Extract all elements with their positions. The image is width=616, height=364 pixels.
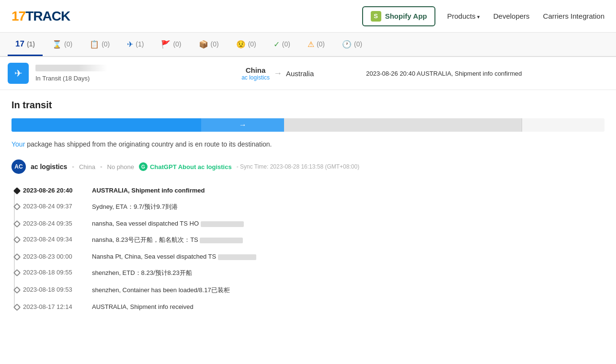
- tab-transit-icon: ✈: [127, 40, 133, 49]
- progress-seg-4: [522, 118, 605, 132]
- event-bullet: [13, 220, 21, 228]
- tab-arrived[interactable]: 🚩 (0): [153, 33, 189, 56]
- event-bullet: [13, 269, 21, 277]
- event-desc: shenzhen, Container has been loaded/8.17…: [92, 286, 230, 295]
- event-bullet: [13, 286, 21, 294]
- tab-expired-count: (0): [354, 40, 362, 48]
- tracking-latest-event: 2023-08-26 20:40 AUSTRALIA, Shipment inf…: [366, 70, 608, 77]
- nav-products[interactable]: Products: [447, 12, 479, 20]
- event-item: 2023-08-26 20:40AUSTRALIA, Shipment info…: [23, 182, 605, 198]
- event-time: 2023-08-17 12:14: [23, 303, 85, 310]
- main-content: In transit → Your package has shipped fr…: [0, 90, 616, 324]
- tab-undelivered-count: (0): [248, 40, 256, 48]
- tab-delivered-icon: ✓: [274, 40, 280, 49]
- event-desc: nansha, Sea vessel dispatched TS HO: [92, 220, 244, 227]
- tab-all-count: (1): [27, 40, 35, 48]
- event-time: 2023-08-24 09:35: [23, 220, 85, 227]
- event-bullet: [13, 203, 21, 211]
- description-highlight: Your: [11, 140, 25, 148]
- tab-delivered[interactable]: ✓ (0): [266, 33, 298, 56]
- tabs-bar: 17 (1) ⌛ (0) 📋 (0) ✈ (1) 🚩 (0) 📦 (0) 😟 (…: [0, 33, 616, 57]
- route-origin-country: China: [241, 66, 270, 74]
- carrier-info: AC ac logistics - China - No phone G Cha…: [11, 159, 605, 174]
- event-desc: nansha, 8.23号已开船，船名航次：TS: [92, 236, 243, 244]
- main-nav: Products Developers Carriers Integration: [447, 12, 605, 20]
- blurred-text: [201, 221, 244, 227]
- event-desc: AUSTRALIA, Shipment info confirmed: [92, 187, 205, 194]
- tab-undelivered[interactable]: 😟 (0): [228, 33, 264, 56]
- status-description: Your package has shipped from the origin…: [11, 140, 605, 148]
- shopify-icon: S: [371, 11, 381, 22]
- nav-carriers[interactable]: Carriers Integration: [543, 12, 605, 20]
- event-time: 2023-08-24 09:34: [23, 236, 85, 243]
- event-bullet: [13, 253, 21, 261]
- logo: 17TRACK: [11, 9, 70, 24]
- chatgpt-link[interactable]: G ChatGPT About ac logistics: [139, 162, 232, 171]
- carrier-name: ac logistics: [31, 163, 67, 171]
- tracking-info: In Transit (18 Days): [35, 65, 197, 82]
- tab-expired[interactable]: 🕐 (0): [334, 33, 370, 56]
- tab-pickup-icon: 📦: [199, 40, 208, 49]
- carrier-country: China: [79, 163, 95, 171]
- tracking-row[interactable]: ✈ In Transit (18 Days) China ac logistic…: [0, 57, 616, 90]
- tab-pending-icon: ⌛: [52, 40, 62, 49]
- chatgpt-label: ChatGPT About ac logistics: [150, 163, 232, 171]
- shopify-app-button[interactable]: S Shopify App: [362, 6, 436, 26]
- carrier-sep-2: -: [100, 163, 103, 171]
- logo-track: TRACK: [25, 9, 70, 24]
- event-time: 2023-08-23 00:00: [23, 253, 85, 260]
- header: 17TRACK S Shopify App Products Developer…: [0, 0, 616, 33]
- event-item: 2023-08-17 12:14AUSTRALIA, Shipment info…: [23, 299, 605, 315]
- carrier-phone: No phone: [107, 163, 134, 171]
- blurred-text: [218, 254, 256, 260]
- event-bullet: [13, 304, 21, 311]
- events-list: 2023-08-26 20:40AUSTRALIA, Shipment info…: [11, 182, 605, 315]
- tab-pickup-count: (0): [211, 40, 219, 48]
- progress-seg-2: →: [201, 118, 284, 132]
- event-desc: Sydney, ETA：9.7/预计9.7到港: [92, 203, 178, 211]
- event-desc: Nansha Pt, China, Sea vessel dispatched …: [92, 253, 256, 260]
- carrier-sep-1: -: [72, 163, 74, 171]
- event-time: 2023-08-24 09:37: [23, 203, 85, 210]
- tracking-status-icon: ✈: [8, 63, 29, 84]
- event-item: 2023-08-24 09:37Sydney, ETA：9.7/预计9.7到港: [23, 198, 605, 216]
- tracking-number-blurred: [35, 65, 107, 71]
- nav-developers[interactable]: Developers: [493, 12, 530, 20]
- tracking-status-text: In Transit (18 Days): [35, 75, 197, 82]
- route-destination: Australia: [286, 69, 314, 78]
- carrier-icon: AC: [11, 159, 26, 174]
- shopify-btn-label: Shopify App: [385, 12, 427, 20]
- tab-pending[interactable]: ⌛ (0): [45, 33, 80, 56]
- event-desc: shenzhen, ETD：8.23/预计8.23开船: [92, 269, 192, 277]
- tab-all-icon: 17: [15, 39, 24, 49]
- tab-all[interactable]: 17 (1): [8, 33, 43, 56]
- tab-collecting[interactable]: 📋 (0): [82, 33, 117, 56]
- event-time: 2023-08-18 09:53: [23, 286, 85, 293]
- tab-in-transit[interactable]: ✈ (1): [119, 33, 151, 56]
- progress-bar: →: [11, 118, 605, 132]
- tab-collecting-icon: 📋: [90, 40, 99, 49]
- event-item: 2023-08-18 09:55shenzhen, ETD：8.23/预计8.2…: [23, 264, 605, 282]
- logo-17: 17: [11, 9, 25, 24]
- tab-transit-count: (1): [136, 40, 144, 48]
- event-bullet: [13, 187, 21, 195]
- progress-arrow-icon: →: [239, 121, 247, 129]
- progress-seg-1: [11, 118, 201, 132]
- tab-alert-icon: ⚠: [308, 40, 314, 49]
- tab-expired-icon: 🕐: [342, 40, 352, 49]
- event-item: 2023-08-18 09:53shenzhen, Container has …: [23, 282, 605, 299]
- tab-pending-count: (0): [64, 40, 72, 48]
- event-bullet: [13, 236, 21, 244]
- tab-collecting-count: (0): [102, 40, 110, 48]
- tracking-route: China ac logistics → Australia: [197, 66, 358, 81]
- tab-arrived-count: (0): [173, 40, 181, 48]
- tab-alert-count: (0): [317, 40, 325, 48]
- tab-delivered-count: (0): [282, 40, 290, 48]
- event-item: 2023-08-24 09:34nansha, 8.23号已开船，船名航次：TS: [23, 231, 605, 249]
- route-origin: China ac logistics: [241, 66, 270, 81]
- progress-seg-3: [284, 118, 521, 132]
- chatgpt-icon: G: [139, 162, 148, 171]
- tab-alert[interactable]: ⚠ (0): [300, 33, 332, 56]
- sync-time: - Sync Time: 2023-08-28 16:13:58 (GMT+08…: [237, 163, 359, 170]
- tab-pickup[interactable]: 📦 (0): [191, 33, 227, 56]
